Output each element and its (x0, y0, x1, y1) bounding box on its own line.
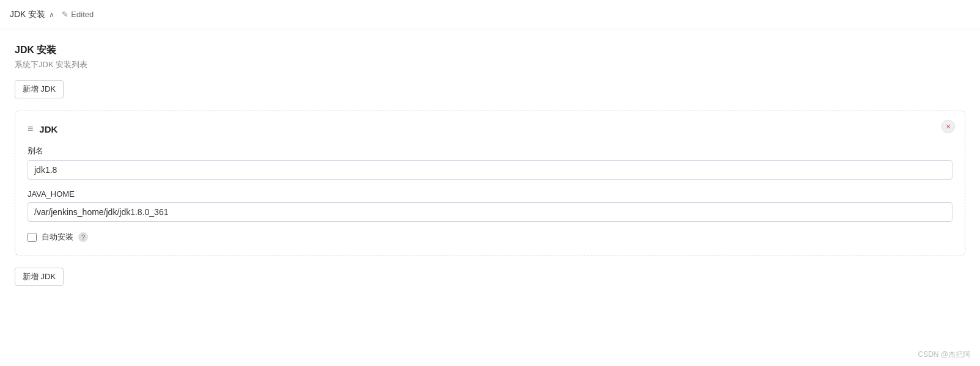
close-card-button[interactable]: × (941, 120, 955, 133)
card-title: JDK (39, 124, 57, 134)
add-jdk-button-bottom[interactable]: 新增 JDK (15, 268, 64, 286)
java-home-input[interactable] (28, 202, 952, 222)
alias-label: 别名 (28, 145, 952, 156)
breadcrumb-title: JDK 安装 ∧ (10, 9, 54, 20)
drag-handle-icon[interactable]: ≡ (28, 123, 33, 134)
auto-install-row: 自动安装 ? (28, 232, 952, 243)
card-header: ≡ JDK (28, 123, 952, 134)
alias-field-group: 别名 (28, 145, 952, 180)
auto-install-label: 自动安装 (42, 232, 73, 243)
alias-input[interactable] (28, 160, 952, 180)
section-title: JDK 安装 (15, 44, 965, 57)
auto-install-checkbox[interactable] (28, 233, 37, 242)
main-content: JDK 安装 系统下JDK 安装列表 新增 JDK ≡ JDK × 别名 JAV… (0, 29, 980, 313)
add-jdk-button-top[interactable]: 新增 JDK (15, 80, 64, 98)
watermark: CSDN @杰把阿 (918, 350, 970, 360)
java-home-field-group: JAVA_HOME (28, 189, 952, 222)
jdk-card: ≡ JDK × 别名 JAVA_HOME 自动安装 ? (15, 111, 965, 255)
pencil-icon: ✎ (62, 10, 68, 19)
edited-label: Edited (71, 10, 94, 19)
edited-badge: ✎ Edited (62, 10, 94, 19)
section-subtitle: 系统下JDK 安装列表 (15, 59, 965, 70)
top-bar: JDK 安装 ∧ ✎ Edited (0, 0, 980, 29)
breadcrumb-text: JDK 安装 (10, 9, 45, 20)
help-icon[interactable]: ? (78, 232, 88, 242)
java-home-label: JAVA_HOME (28, 189, 952, 199)
chevron-down-icon: ∧ (49, 10, 54, 19)
